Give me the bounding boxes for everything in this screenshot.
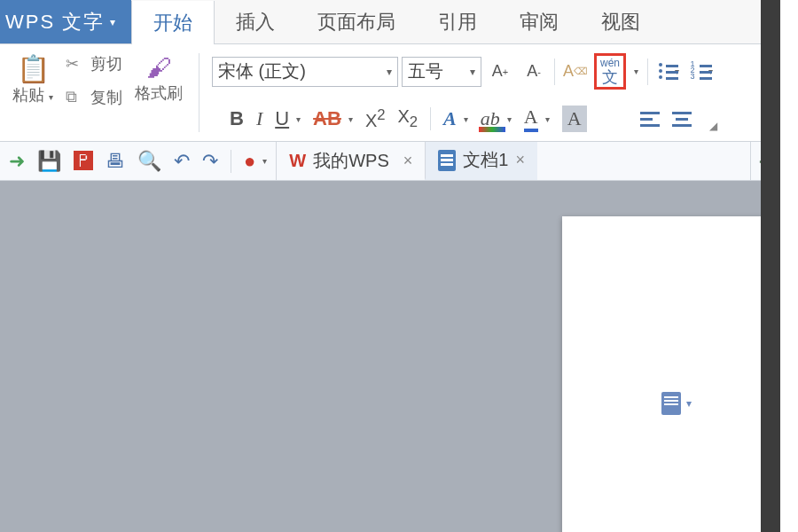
superscript-button[interactable]: X2 — [365, 106, 386, 131]
doc-tab-label: 文档1 — [463, 148, 508, 172]
bullets-icon — [659, 63, 680, 81]
pinyin-han: 文 — [602, 69, 618, 85]
window-sidebar — [761, 0, 780, 532]
separator — [430, 107, 431, 130]
record-icon[interactable]: ● — [244, 150, 255, 173]
close-icon[interactable]: × — [403, 152, 413, 170]
redo-icon[interactable]: ↷ — [202, 150, 218, 173]
subscript-button[interactable]: X2 — [398, 106, 419, 131]
chevron-down-icon: ▾ — [507, 114, 512, 124]
paste-button[interactable]: 📋 粘贴 ▾ — [9, 53, 57, 108]
document-icon — [438, 150, 456, 171]
chevron-down-icon: ▾ — [464, 114, 468, 124]
doc-tab-doc1[interactable]: 文档1 × — [425, 142, 537, 180]
app-badge[interactable]: WPS 文字 ▾ — [0, 0, 131, 43]
chevron-down-icon: ▾ — [262, 156, 267, 166]
doc-tab-mywps[interactable]: W 我的WPS × — [276, 142, 425, 180]
tab-view[interactable]: 视图 — [580, 0, 661, 43]
strikethrough-button[interactable]: AB — [313, 107, 341, 130]
separator — [647, 59, 648, 85]
ribbon-tabs: 开始 插入 页面布局 引用 审阅 视图 — [131, 0, 780, 43]
font-name-combo[interactable]: 宋体 (正文) ▾ — [212, 57, 398, 87]
tab-label: 插入 — [236, 9, 275, 35]
pinyin-label: wén — [600, 58, 620, 68]
preview-icon[interactable]: 🔍 — [137, 150, 161, 173]
bold-button[interactable]: B — [230, 107, 244, 130]
tab-insert[interactable]: 插入 — [215, 0, 296, 43]
format-painter-button[interactable]: 🖌 格式刷 — [131, 53, 186, 108]
save-icon[interactable]: 💾 — [37, 150, 61, 173]
tab-layout[interactable]: 页面布局 — [296, 0, 417, 43]
cut-button[interactable]: ✂ 剪切 — [66, 53, 122, 74]
home-icon[interactable]: ➜ — [9, 150, 25, 173]
quick-access-bar: ➜ 💾 🅿 🖶 🔍 ↶ ↷ ●▾ W 我的WPS × 文档1 × ＋ — [0, 142, 780, 181]
brush-label: 格式刷 — [135, 82, 183, 104]
font-group: 宋体 (正文) ▾ 五号 ▾ A+ A- A⌫ wén 文 ▾ — [207, 50, 723, 136]
menubar: WPS 文字 ▾ 开始 插入 页面布局 引用 审阅 视图 — [0, 0, 780, 44]
app-menu-dropdown-icon[interactable]: ▾ — [105, 16, 122, 28]
page-control[interactable]: ▾ — [661, 392, 692, 415]
bullets-button[interactable]: ▾ — [653, 57, 684, 87]
clear-format-button[interactable]: A⌫ — [560, 57, 591, 87]
copy-button[interactable]: ⧉ 复制 — [66, 87, 122, 108]
doc-tab-label: 我的WPS — [313, 149, 389, 173]
separator — [231, 150, 231, 173]
tab-label: 页面布局 — [317, 9, 395, 35]
document-area: ▾ — [0, 181, 780, 532]
brush-icon: 🖌 — [146, 53, 171, 82]
font-color-button[interactable]: A — [524, 106, 538, 132]
align-center-button[interactable] — [672, 110, 692, 128]
pdf-icon[interactable]: 🅿 — [74, 150, 93, 173]
cut-label: 剪切 — [90, 53, 122, 74]
tab-label: 审阅 — [520, 9, 559, 35]
page[interactable] — [562, 216, 780, 532]
page-icon — [661, 392, 681, 415]
wps-logo-icon: W — [289, 151, 306, 171]
qat-buttons: ➜ 💾 🅿 🖶 🔍 ↶ ↷ ●▾ — [0, 142, 276, 180]
print-icon[interactable]: 🖶 — [106, 150, 125, 173]
font-size-combo[interactable]: 五号 ▾ — [402, 57, 481, 87]
tab-start[interactable]: 开始 — [131, 1, 215, 44]
close-icon[interactable]: × — [515, 151, 525, 169]
shrink-font-button[interactable]: A- — [519, 57, 549, 87]
eraser-icon: ⌫ — [574, 66, 588, 77]
underline-button[interactable]: U — [275, 107, 289, 130]
plus-icon: + — [503, 66, 508, 77]
numbering-icon: 123 — [692, 63, 714, 81]
chevron-down-icon: ▾ — [296, 114, 301, 124]
tab-label: 视图 — [601, 9, 640, 35]
tab-label: 开始 — [153, 10, 192, 36]
align-left-button[interactable] — [640, 110, 660, 128]
scissors-icon: ✂ — [66, 54, 85, 74]
chevron-down-icon: ▾ — [387, 66, 392, 78]
copy-icon: ⧉ — [66, 88, 85, 107]
tab-review[interactable]: 审阅 — [498, 0, 580, 43]
separator — [554, 59, 555, 85]
paste-label: 粘贴 ▾ — [12, 84, 53, 106]
dialog-launcher-icon[interactable]: ◢ — [709, 120, 717, 132]
minus-icon: - — [537, 66, 541, 77]
grow-font-button[interactable]: A+ — [485, 57, 515, 87]
chevron-down-icon: ▾ — [348, 114, 353, 124]
copy-label: 复制 — [90, 87, 122, 108]
ribbon: 📋 粘贴 ▾ ✂ 剪切 ⧉ 复制 🖌 格式刷 — [0, 44, 780, 142]
app-name: WPS 文字 — [5, 9, 105, 35]
highlight-button[interactable]: ab — [481, 107, 500, 130]
tab-label: 引用 — [438, 9, 477, 35]
font-size-value: 五号 — [408, 59, 443, 83]
chevron-down-icon: ▾ — [470, 66, 475, 78]
tab-reference[interactable]: 引用 — [417, 0, 498, 43]
undo-icon[interactable]: ↶ — [174, 150, 190, 173]
clipboard-icon: 📋 — [17, 53, 50, 84]
chevron-down-icon: ▾ — [545, 114, 550, 124]
chevron-down-icon: ▾ — [686, 397, 692, 410]
font-name-value: 宋体 (正文) — [218, 59, 306, 83]
clipboard-group: 📋 粘贴 ▾ ✂ 剪切 ⧉ 复制 🖌 格式刷 — [4, 50, 192, 136]
text-effects-button[interactable]: A — [443, 107, 457, 130]
italic-button[interactable]: I — [256, 107, 262, 130]
numbering-button[interactable]: 123 ▾ — [687, 57, 717, 87]
phonetic-guide-button[interactable]: wén 文 — [594, 53, 626, 90]
shading-button[interactable]: A — [562, 106, 587, 132]
phonetic-guide-dropdown[interactable]: ▾ — [630, 66, 642, 76]
separator — [199, 53, 200, 132]
